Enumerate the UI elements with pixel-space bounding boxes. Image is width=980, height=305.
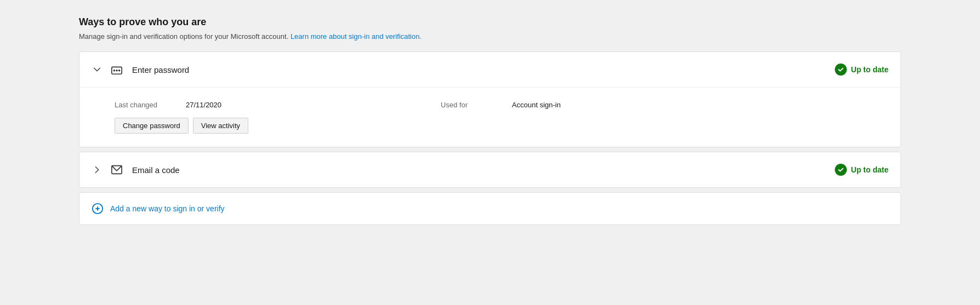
- password-status: Up to date: [835, 64, 888, 76]
- password-label: Enter password: [132, 65, 835, 74]
- password-card-header[interactable]: Enter password Up to date: [79, 52, 901, 87]
- email-label: Email a code: [132, 165, 835, 175]
- svg-point-3: [119, 70, 120, 71]
- page-title: Ways to prove who you are: [79, 16, 901, 28]
- email-card: Email a code Up to date: [79, 152, 901, 188]
- add-method-label: Add a new way to sign in or verify: [110, 204, 225, 213]
- email-status-icon: [835, 164, 847, 176]
- chevron-down-icon: [92, 64, 102, 75]
- email-status: Up to date: [835, 164, 888, 176]
- password-card-body: Last changed 27/11/2020 Used for Account…: [79, 87, 901, 147]
- add-method-row[interactable]: Add a new way to sign in or verify: [79, 193, 901, 225]
- used-for-value: Account sign-in: [512, 101, 561, 109]
- email-icon: [109, 162, 124, 177]
- email-card-header[interactable]: Email a code Up to date: [79, 152, 901, 187]
- add-circle-icon: [92, 203, 104, 215]
- password-card: Enter password Up to date Last changed 2…: [79, 51, 901, 147]
- svg-point-2: [116, 70, 117, 71]
- password-status-icon: [835, 64, 847, 76]
- page-subtitle: Manage sign-in and verification options …: [79, 32, 901, 41]
- main-container: Ways to prove who you are Manage sign-in…: [79, 16, 901, 229]
- view-activity-button[interactable]: View activity: [193, 118, 248, 134]
- svg-point-1: [114, 70, 115, 71]
- password-icon: [109, 62, 124, 77]
- used-for-label: Used for: [441, 101, 512, 109]
- add-method-card: Add a new way to sign in or verify: [79, 192, 901, 225]
- last-changed-value: 27/11/2020: [186, 101, 221, 109]
- last-changed-label: Last changed: [115, 101, 186, 109]
- change-password-button[interactable]: Change password: [115, 118, 189, 134]
- chevron-right-icon: [92, 164, 102, 175]
- learn-more-link[interactable]: Learn more about sign-in and verificatio…: [290, 32, 421, 41]
- password-actions: Change password View activity: [115, 118, 888, 134]
- password-info-row: Last changed 27/11/2020 Used for Account…: [115, 101, 888, 109]
